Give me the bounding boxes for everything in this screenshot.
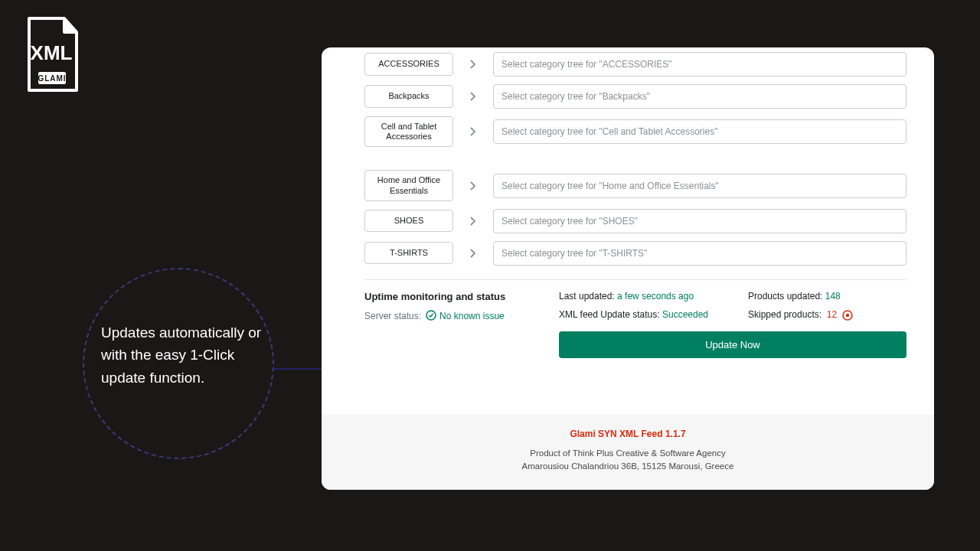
category-row: Home and Office Essentials (364, 170, 906, 201)
status-heading: Uptime monitoring and status (364, 291, 541, 302)
xml-glami-logo: XML GLAMI (21, 17, 81, 93)
svg-text:GLAMI: GLAMI (38, 74, 66, 83)
feed-status: XML feed Update status: Succeeded (559, 309, 717, 320)
category-row: ACCESSORIES (364, 52, 906, 77)
category-button[interactable]: ACCESSORIES (364, 53, 453, 75)
footer-company: Product of Think Plus Creative & Softwar… (322, 447, 934, 460)
card-footer: Glami SYN XML Feed 1.1.7 Product of Thin… (322, 415, 934, 491)
chevron-right-icon (462, 60, 484, 69)
category-tree-input[interactable] (493, 241, 906, 266)
chevron-right-icon (462, 127, 484, 136)
callout-text: Updates automatically or with the easy 1… (101, 321, 270, 389)
skipped-products: Skipped products: 12 (748, 309, 906, 321)
check-circle-icon (426, 310, 436, 323)
category-button[interactable]: Home and Office Essentials (364, 170, 453, 201)
chevron-right-icon (462, 181, 484, 191)
category-row: SHOES (364, 209, 906, 233)
category-tree-input[interactable] (493, 52, 906, 77)
last-updated: Last updated: a few seconds ago (559, 291, 717, 302)
category-button[interactable]: T-SHIRTS (364, 242, 453, 264)
server-status-label: Server status: (364, 311, 421, 321)
update-now-button[interactable]: Update Now (559, 331, 906, 358)
category-tree-input[interactable] (493, 174, 906, 198)
category-button[interactable]: Backpacks (364, 85, 453, 107)
settings-card: ACCESSORIESBackpacksCell and Tablet Acce… (322, 47, 934, 490)
eye-icon[interactable] (842, 310, 853, 321)
category-row: T-SHIRTS (364, 241, 906, 266)
footer-address: Amarousiou Chalandriou 36B, 15125 Marous… (322, 460, 934, 473)
products-updated: Products updated: 148 (748, 291, 906, 302)
server-status-value: No known issue (439, 311, 505, 321)
category-tree-input[interactable] (493, 119, 906, 144)
category-row: Cell and Tablet Accessories (364, 116, 906, 147)
category-rows: ACCESSORIESBackpacksCell and Tablet Acce… (322, 47, 934, 266)
svg-point-6 (846, 313, 849, 316)
svg-text:XML: XML (31, 41, 73, 64)
chevron-right-icon (462, 217, 484, 226)
server-status: Server status: No known issue (364, 310, 541, 323)
footer-title: Glami SYN XML Feed 1.1.7 (322, 429, 934, 439)
category-tree-input[interactable] (493, 209, 906, 233)
category-row: Backpacks (364, 84, 906, 109)
category-button[interactable]: Cell and Tablet Accessories (364, 116, 453, 147)
category-button[interactable]: SHOES (364, 210, 453, 232)
chevron-right-icon (462, 92, 484, 101)
category-tree-input[interactable] (493, 84, 906, 109)
status-section: Uptime monitoring and status Server stat… (322, 280, 934, 358)
chevron-right-icon (462, 249, 484, 258)
